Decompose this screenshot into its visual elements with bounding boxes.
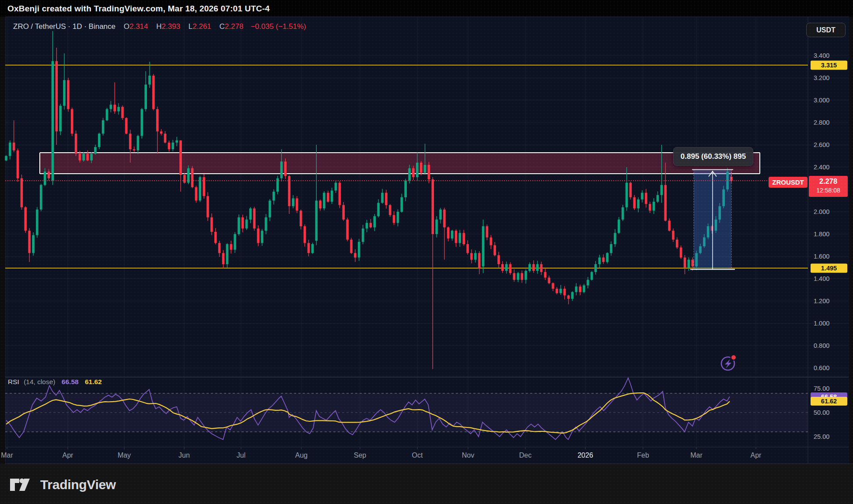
- rsi-tick: 25.00: [814, 433, 849, 440]
- time-tick: Sep: [354, 452, 366, 459]
- high-label: H: [156, 22, 161, 31]
- time-tick: Feb: [637, 452, 649, 459]
- page: OxBenji created with TradingView.com, Ma…: [0, 0, 853, 504]
- time-tick: Mar: [690, 452, 703, 459]
- high-value: 2.393: [162, 22, 181, 31]
- price-tick: 1.600: [814, 253, 849, 260]
- rsi-legend[interactable]: RSI (14, close) 66.58 61.62: [8, 378, 102, 386]
- low-value: 2.261: [192, 22, 211, 31]
- symbol-header: ZRO / TetherUS · 1D · Binance O2.314 H2.…: [13, 22, 306, 31]
- price-tick: 1.200: [814, 298, 849, 304]
- price-tick: 1.000: [814, 320, 849, 327]
- rsi-ma-value: 61.62: [85, 378, 102, 385]
- open-value: 2.314: [129, 22, 148, 31]
- price-tick: 2.800: [814, 119, 849, 126]
- close-label: C: [220, 22, 225, 31]
- last-price-label: 2.278 12:58:08: [809, 176, 848, 197]
- level-price-label: 1.495: [811, 263, 847, 273]
- rsi-tick: 75.00: [814, 385, 849, 392]
- tradingview-logo-mark: [10, 477, 35, 493]
- rsi-ma-axis-label: 61.62: [811, 397, 847, 406]
- price-tick: 3.200: [814, 74, 849, 81]
- tradingview-logo[interactable]: TradingView: [10, 477, 116, 493]
- time-tick: Jun: [178, 452, 190, 459]
- notification-dot: [731, 355, 736, 360]
- last-price-value: 2.278: [809, 176, 848, 186]
- time-tick: Mar: [1, 452, 13, 459]
- price-tick: 0.600: [814, 364, 849, 371]
- time-tick: Oct: [412, 452, 423, 459]
- bar-countdown: 12:58:08: [809, 186, 848, 194]
- time-tick: Apr: [751, 452, 762, 459]
- price-tick: 2.000: [814, 208, 849, 215]
- time-tick: May: [118, 452, 131, 459]
- rsi-title: RSI: [8, 378, 19, 385]
- rsi-params: (14, close): [24, 378, 55, 385]
- open-label: O: [124, 22, 129, 31]
- candles: [5, 31, 733, 369]
- price-tick: 3.000: [814, 97, 849, 104]
- time-tick: Aug: [295, 452, 308, 459]
- supply-zone[interactable]: [40, 153, 760, 174]
- time-tick: Apr: [63, 452, 73, 459]
- time-tick: Nov: [462, 452, 474, 459]
- price-range-measurement[interactable]: [690, 170, 735, 270]
- price-tick: 1.400: [814, 275, 849, 282]
- price-tick: 3.400: [814, 52, 849, 59]
- rsi-band: [5, 393, 808, 432]
- time-tick: Dec: [519, 452, 531, 459]
- currency-toggle-button[interactable]: USDT: [806, 23, 846, 37]
- symbol-title[interactable]: ZRO / TetherUS · 1D · Binance: [13, 22, 115, 31]
- low-label: L: [189, 22, 192, 31]
- price-tick: 2.400: [814, 164, 849, 171]
- rsi-tick: 50.00: [814, 409, 849, 416]
- time-tick: 2026: [577, 452, 593, 459]
- change-value: −0.035 (−1.51%): [251, 22, 306, 31]
- level-price-label: 3.315: [811, 60, 847, 70]
- price-tick: 1.800: [814, 231, 849, 238]
- tradingview-logo-text: TradingView: [40, 477, 116, 492]
- close-value: 2.278: [225, 22, 244, 31]
- candlestick-chart[interactable]: [0, 0, 853, 504]
- measurement-tooltip: 0.895 (60.33%) 895: [673, 147, 753, 166]
- time-tick: Jul: [237, 452, 245, 459]
- rsi-value: 66.58: [62, 378, 79, 385]
- price-tick: 0.800: [814, 342, 849, 349]
- price-tick: 2.600: [814, 141, 849, 148]
- symbol-price-tag: ZROUSDT: [769, 177, 808, 188]
